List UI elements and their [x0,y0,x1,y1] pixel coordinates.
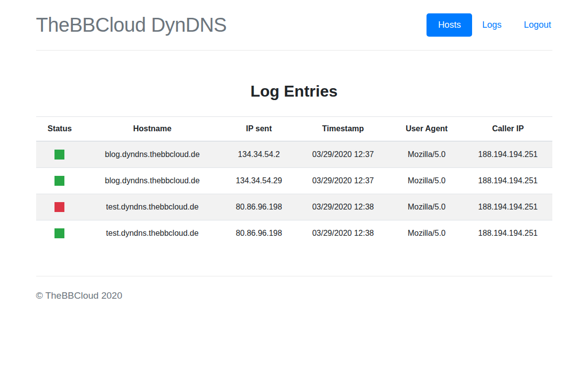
table-row: blog.dyndns.thebbcloud.de134.34.54.203/2… [36,141,552,168]
table-body: blog.dyndns.thebbcloud.de134.34.54.203/2… [36,141,552,246]
ip-sent-cell: 80.86.96.198 [221,194,297,220]
table-header-row: Status Hostname IP sent Timestamp User A… [36,117,552,142]
status-success-indicator-icon [54,150,64,160]
user-agent-cell: Mozilla/5.0 [389,168,464,194]
hostname-cell: blog.dyndns.thebbcloud.de [83,141,221,168]
copyright-text: © TheBBCloud 2020 [36,290,552,301]
nav-logs-link[interactable]: Logs [474,15,509,35]
page-container: TheBBCloud DynDNS Hosts Logs Logout Log … [36,0,552,321]
column-header-user-agent: User Agent [389,117,464,142]
hostname-cell: test.dyndns.thebbcloud.de [83,220,221,247]
column-header-status: Status [36,117,84,142]
ip-sent-cell: 134.34.54.29 [221,168,297,194]
status-cell [36,141,84,168]
status-cell [36,194,84,220]
log-entries-table: Status Hostname IP sent Timestamp User A… [36,116,552,246]
ip-sent-cell: 134.34.54.2 [221,141,297,168]
main-content: Log Entries Status Hostname IP sent Time… [36,82,552,246]
site-header: TheBBCloud DynDNS Hosts Logs Logout [36,0,552,51]
caller-ip-cell: 188.194.194.251 [464,141,552,168]
page-title: Log Entries [36,82,552,101]
caller-ip-cell: 188.194.194.251 [464,220,552,247]
nav-logout-link[interactable]: Logout [516,15,552,35]
app-title: TheBBCloud DynDNS [36,14,227,36]
status-cell [36,168,84,194]
hostname-cell: test.dyndns.thebbcloud.de [83,194,221,220]
column-header-caller-ip: Caller IP [464,117,552,142]
status-cell [36,220,84,247]
ip-sent-cell: 80.86.96.198 [221,220,297,247]
user-agent-cell: Mozilla/5.0 [389,220,464,247]
column-header-timestamp: Timestamp [297,117,390,142]
column-header-hostname: Hostname [83,117,221,142]
status-success-indicator-icon [54,176,64,186]
caller-ip-cell: 188.194.194.251 [464,168,552,194]
status-success-indicator-icon [54,228,64,238]
nav-hosts-button[interactable]: Hosts [427,13,472,37]
timestamp-cell: 03/29/2020 12:37 [297,168,390,194]
timestamp-cell: 03/29/2020 12:38 [297,220,390,247]
column-header-ip-sent: IP sent [221,117,297,142]
caller-ip-cell: 188.194.194.251 [464,194,552,220]
table-header: Status Hostname IP sent Timestamp User A… [36,117,552,142]
hostname-cell: blog.dyndns.thebbcloud.de [83,168,221,194]
site-footer: © TheBBCloud 2020 [36,276,552,321]
table-row: test.dyndns.thebbcloud.de80.86.96.19803/… [36,220,552,247]
timestamp-cell: 03/29/2020 12:38 [297,194,390,220]
table-row: blog.dyndns.thebbcloud.de134.34.54.2903/… [36,168,552,194]
top-nav: Hosts Logs Logout [427,13,552,37]
status-danger-indicator-icon [54,202,64,212]
user-agent-cell: Mozilla/5.0 [389,194,464,220]
user-agent-cell: Mozilla/5.0 [389,141,464,168]
table-row: test.dyndns.thebbcloud.de80.86.96.19803/… [36,194,552,220]
timestamp-cell: 03/29/2020 12:37 [297,141,390,168]
